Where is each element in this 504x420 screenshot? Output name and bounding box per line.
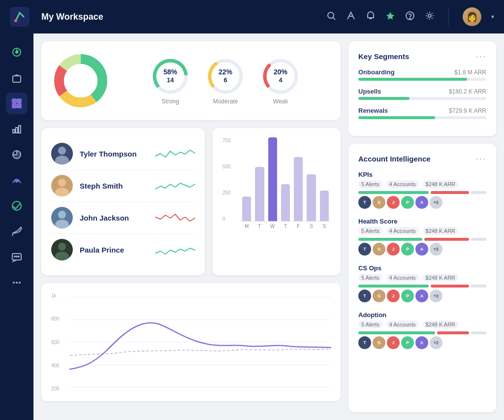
- svg-rect-16: [12, 104, 16, 108]
- ai-sub-header: Adoption: [358, 311, 486, 319]
- svg-rect-13: [13, 76, 21, 82]
- main-layout: 58% 14 Strong 22% 6 Moderate: [0, 33, 504, 420]
- ai-sub-header: KPIs: [358, 171, 486, 178]
- award-icon[interactable]: [385, 11, 395, 23]
- svg-point-49: [58, 147, 66, 155]
- ai-accounts-badge: 4 Accounts: [386, 321, 419, 328]
- ai-accounts-badge: 4 Accounts: [386, 227, 419, 235]
- svg-rect-14: [12, 99, 16, 103]
- ai-bar-green: [358, 191, 429, 194]
- progress-bar-fill: [358, 97, 410, 100]
- ai-alerts-badge: 5 Alerts: [358, 321, 382, 328]
- svg-point-9: [410, 18, 410, 19]
- svg-text:4: 4: [279, 76, 283, 84]
- bar-y-label: 0: [222, 216, 237, 222]
- bar-col-W: [268, 137, 277, 221]
- mini-avatar: P: [401, 290, 414, 302]
- bar-col-F: [294, 157, 303, 221]
- sidebar-item-check[interactable]: [6, 195, 28, 217]
- svg-rect-18: [13, 129, 15, 133]
- svg-point-28: [13, 282, 15, 284]
- person-avatar-tyler: [51, 143, 73, 164]
- svg-point-25: [14, 256, 15, 257]
- line-chart-card: 1k 800 600 400 200: [41, 283, 341, 401]
- gauge-strong-label: Strong: [161, 98, 179, 105]
- svg-text:22%: 22%: [219, 68, 233, 76]
- middle-row: Tyler Thompson: [41, 128, 341, 275]
- gear-icon[interactable]: [425, 11, 435, 23]
- help-icon[interactable]: [405, 11, 415, 23]
- bar-col-M: [242, 196, 251, 221]
- line-y-label: 1k: [51, 293, 67, 298]
- ai-title: Account Intelligence: [358, 155, 431, 163]
- ai-item-health: Health Score 5 Alerts 4 Accounts $248 K …: [358, 218, 486, 256]
- ai-arr-badge: $248 K ARR: [423, 321, 459, 328]
- sidebar-item-chart[interactable]: [6, 118, 28, 140]
- workspace-title: My Workspace: [41, 12, 318, 22]
- ai-alerts-badge: 5 Alerts: [358, 227, 382, 235]
- person-row: John Jackson: [51, 202, 195, 234]
- search-icon[interactable]: [326, 11, 336, 23]
- bell-icon[interactable]: [366, 11, 376, 23]
- mini-avatar: S: [373, 196, 385, 209]
- sidebar-item-feather[interactable]: [6, 221, 28, 242]
- segment-name: Renewals: [358, 107, 388, 114]
- sparkline-john: [156, 210, 195, 225]
- user-avatar[interactable]: 👩: [463, 7, 481, 26]
- sidebar-item-more[interactable]: [6, 272, 28, 293]
- mini-avatar: T: [358, 290, 371, 302]
- ai-bar-red: [431, 285, 469, 288]
- sidebar-item-message[interactable]: [6, 246, 28, 268]
- svg-point-12: [16, 51, 18, 53]
- bar-x-label: T: [281, 224, 290, 229]
- mini-avatar: T: [358, 336, 371, 349]
- bar-y-label: 500: [222, 164, 237, 169]
- svg-rect-19: [16, 128, 18, 133]
- svg-line-2: [333, 17, 336, 20]
- line-chart-svg: [70, 293, 331, 391]
- gauge-moderate-label: Moderate: [213, 98, 238, 105]
- progress-bar-fill: [358, 78, 467, 81]
- ai-bar-gray: [471, 238, 486, 241]
- svg-point-27: [18, 256, 19, 257]
- bar-col-T2: [281, 184, 290, 221]
- ai-sub-header: Health Score: [358, 218, 486, 225]
- mini-avatar: S: [373, 336, 385, 349]
- sidebar-item-pie[interactable]: [6, 144, 28, 165]
- ai-header: Account Intelligence ···: [358, 154, 486, 164]
- ai-bar-green: [358, 238, 422, 241]
- ai-accounts-badge: 4 Accounts: [386, 180, 419, 188]
- key-segments-more[interactable]: ···: [476, 51, 486, 62]
- ai-bar-red: [424, 238, 469, 241]
- line-y-label: 200: [51, 386, 67, 391]
- sparkline-tyler: [156, 146, 195, 161]
- bar-x-label: W: [268, 224, 277, 229]
- sidebar-item-grid[interactable]: [6, 93, 28, 114]
- ai-meta: 5 Alerts 4 Accounts $248 K ARR: [358, 274, 486, 282]
- progress-bar-fill: [358, 116, 435, 119]
- ai-bar-gray: [471, 285, 486, 288]
- avatar-chevron-icon[interactable]: ▾: [491, 13, 494, 20]
- mini-avatar: A: [415, 336, 428, 349]
- svg-text:6: 6: [223, 76, 227, 84]
- antenna-icon[interactable]: [346, 11, 356, 23]
- sidebar-item-signal[interactable]: [6, 169, 28, 191]
- sidebar-item-dashboard[interactable]: [6, 41, 28, 63]
- progress-bar-bg: [358, 78, 486, 81]
- ai-meta: 5 Alerts 4 Accounts $248 K ARR: [358, 180, 486, 188]
- mini-avatar: J: [387, 290, 400, 302]
- top-navigation: My Workspace: [0, 0, 504, 33]
- mini-avatar-more: +2: [430, 336, 442, 349]
- svg-marker-7: [386, 12, 394, 20]
- person-row: Tyler Thompson: [51, 138, 195, 170]
- person-row: Steph Smith: [51, 170, 195, 202]
- svg-point-55: [58, 211, 66, 219]
- svg-point-26: [16, 256, 17, 257]
- person-name-tyler: Tyler Thompson: [80, 150, 149, 158]
- sidebar-item-bag[interactable]: [6, 67, 28, 89]
- segment-name: Upsells: [358, 88, 381, 95]
- ai-more[interactable]: ···: [476, 154, 486, 164]
- mini-avatar: P: [401, 196, 414, 209]
- bar-y-label: 250: [222, 190, 237, 195]
- mini-avatar: J: [387, 243, 400, 256]
